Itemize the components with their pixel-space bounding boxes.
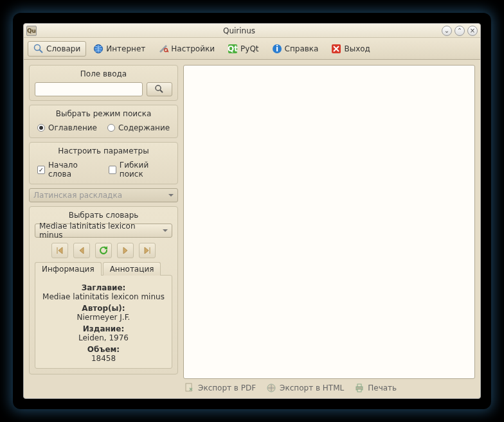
export-label: Экспорт в HTML [280, 383, 344, 392]
nav-last-icon [142, 245, 152, 256]
check-label: Гибкий поиск [120, 161, 170, 179]
info-icon: i [272, 44, 282, 54]
info-title-value: Mediae latinitatis lexicon minus [42, 292, 165, 301]
info-author-value: Niermeyer J.F. [77, 313, 130, 322]
nav-first-icon [55, 245, 65, 256]
input-panel-title: Поле ввода [35, 69, 172, 78]
svg-rect-12 [186, 383, 192, 391]
info-title-label: Заглавие: [40, 283, 166, 292]
tab-label: PyQt [240, 44, 259, 53]
svg-text:i: i [275, 44, 278, 53]
svg-rect-15 [357, 384, 361, 387]
magnifier-icon [154, 84, 165, 94]
info-author-label: Автор(ы): [40, 304, 166, 313]
window-title: Quirinus [39, 26, 439, 35]
tab-info[interactable]: Информация [35, 262, 102, 276]
checkbox-icon [109, 166, 116, 174]
radio-label: Оглавление [48, 123, 97, 132]
tab-label: Справка [285, 44, 319, 53]
radio-bullet-icon [107, 124, 115, 132]
dict-panel: Выбрать словарь Mediae latinitatis lexic… [29, 206, 178, 374]
nav-first-button[interactable] [51, 243, 68, 258]
tab-internet[interactable]: Интернет [87, 41, 151, 57]
input-panel: Поле ввода [29, 65, 178, 101]
mode-panel-title: Выбрать режим поиска [35, 109, 172, 118]
info-box: Заглавие: Mediae latinitatis lexicon min… [35, 275, 172, 369]
svg-point-0 [35, 44, 40, 50]
tab-pyqt[interactable]: Qt PyQt [222, 41, 265, 57]
tab-help[interactable]: i Справка [266, 41, 325, 57]
svg-line-1 [40, 49, 43, 53]
svg-line-11 [160, 90, 163, 92]
radio-label: Содержание [118, 123, 170, 132]
nav-last-button[interactable] [139, 243, 156, 258]
globe-icon [93, 44, 104, 54]
nav-prev-icon [76, 245, 87, 256]
maximize-button[interactable]: ⌃ [455, 26, 465, 36]
result-viewer[interactable] [183, 65, 475, 379]
search-button[interactable] [147, 82, 172, 96]
print-button[interactable]: Печать [354, 383, 397, 393]
magnifier-icon [33, 44, 44, 54]
app-icon: Qu [26, 26, 37, 36]
app-window: Qu Quirinus ⌄ ⌃ × Словари Интернет Настр… [23, 23, 481, 399]
check-flexible[interactable]: Гибкий поиск [109, 161, 170, 179]
tab-settings[interactable]: Настройки [152, 41, 221, 57]
mode-panel: Выбрать режим поиска Оглавление Содержан… [29, 105, 178, 138]
radio-bullet-icon [37, 124, 45, 132]
dict-select[interactable]: Mediae latinitatis lexicon minus [35, 224, 172, 238]
wrench-icon [158, 44, 168, 54]
info-edition-value: Leiden, 1976 [78, 333, 129, 342]
pdf-icon [184, 383, 195, 393]
params-panel-title: Настроить параметры [35, 146, 172, 155]
export-html-button[interactable]: Экспорт в HTML [266, 383, 344, 393]
close-button[interactable]: × [467, 26, 478, 36]
refresh-button[interactable] [95, 243, 112, 258]
toolbar: Словари Интернет Настройки Qt PyQt i Спр… [24, 38, 480, 60]
radio-toc[interactable]: Оглавление [37, 123, 97, 132]
tab-dictionaries[interactable]: Словари [28, 41, 86, 57]
nav-prev-button[interactable] [73, 243, 90, 258]
nav-next-button[interactable] [117, 243, 134, 258]
search-input[interactable] [35, 82, 143, 96]
export-label: Печать [368, 383, 397, 392]
exit-icon [331, 44, 341, 54]
tab-label: Словари [46, 44, 80, 53]
tab-label: Настройки [171, 44, 215, 53]
svg-rect-16 [357, 389, 361, 392]
select-value: Латинская раскладка [33, 191, 122, 200]
info-volume-value: 18458 [91, 354, 116, 363]
tab-label: Интернет [106, 44, 145, 53]
refresh-icon [98, 245, 109, 256]
params-panel: Настроить параметры Начало слова Гибкий … [29, 142, 178, 184]
select-value: Mediae latinitatis lexicon minus [39, 222, 160, 240]
export-row: Экспорт в PDF Экспорт в HTML Печать [183, 379, 475, 393]
qt-icon: Qt [228, 44, 238, 54]
check-word-start[interactable]: Начало слова [37, 161, 98, 179]
printer-icon [354, 383, 364, 393]
check-label: Начало слова [48, 161, 98, 179]
layout-select: Латинская раскладка [29, 188, 178, 202]
radio-content[interactable]: Содержание [107, 123, 170, 132]
info-edition-label: Издание: [40, 324, 166, 333]
html-icon [266, 383, 276, 393]
tab-label: Выход [344, 44, 370, 53]
export-pdf-button[interactable]: Экспорт в PDF [184, 383, 256, 393]
titlebar: Qu Quirinus ⌄ ⌃ × [24, 24, 480, 38]
tab-exit[interactable]: Выход [325, 41, 375, 57]
info-volume-label: Объем: [40, 345, 166, 354]
nav-next-icon [120, 245, 130, 256]
minimize-button[interactable]: ⌄ [442, 26, 452, 36]
export-label: Экспорт в PDF [198, 383, 256, 392]
svg-point-10 [156, 85, 161, 91]
svg-text:Qt: Qt [228, 44, 238, 53]
tab-annotation[interactable]: Аннотация [103, 262, 161, 276]
dict-panel-title: Выбрать словарь [35, 211, 172, 220]
checkbox-icon [37, 166, 45, 174]
